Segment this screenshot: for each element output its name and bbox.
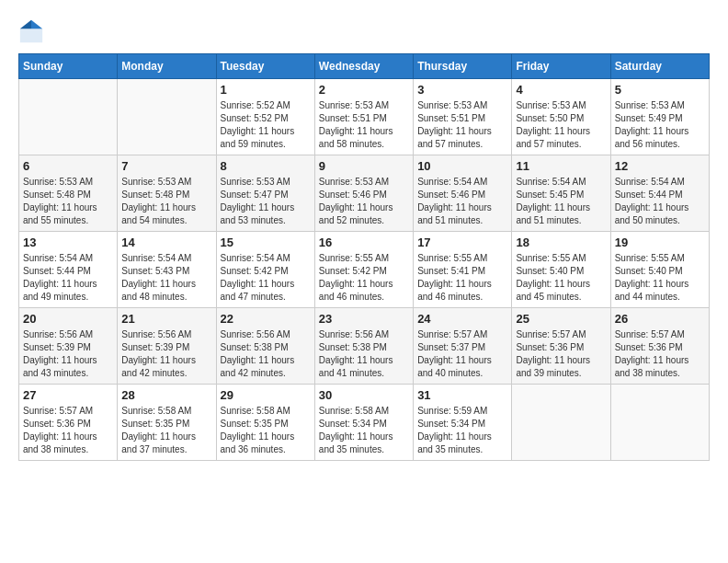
- day-info: Sunrise: 5:53 AMSunset: 5:46 PMDaylight:…: [319, 176, 409, 227]
- day-info: Sunrise: 5:57 AMSunset: 5:36 PMDaylight:…: [23, 405, 113, 456]
- day-info: Sunrise: 5:59 AMSunset: 5:34 PMDaylight:…: [417, 405, 507, 456]
- day-number: 19: [615, 236, 705, 249]
- calendar-cell: 28Sunrise: 5:58 AMSunset: 5:35 PMDayligh…: [118, 385, 216, 461]
- calendar-week-1: 1Sunrise: 5:52 AMSunset: 5:52 PMDaylight…: [19, 79, 710, 155]
- day-info: Sunrise: 5:55 AMSunset: 5:40 PMDaylight:…: [615, 252, 705, 304]
- calendar-cell: [512, 385, 610, 461]
- day-info: Sunrise: 5:53 AMSunset: 5:48 PMDaylight:…: [23, 176, 113, 227]
- calendar-cell: 29Sunrise: 5:58 AMSunset: 5:35 PMDayligh…: [216, 385, 314, 461]
- calendar-cell: 31Sunrise: 5:59 AMSunset: 5:34 PMDayligh…: [414, 385, 512, 461]
- day-info: Sunrise: 5:53 AMSunset: 5:51 PMDaylight:…: [319, 99, 409, 151]
- day-number: 20: [23, 312, 113, 326]
- day-info: Sunrise: 5:54 AMSunset: 5:46 PMDaylight:…: [417, 176, 507, 227]
- calendar-cell: 15Sunrise: 5:54 AMSunset: 5:42 PMDayligh…: [216, 232, 314, 308]
- day-number: 9: [319, 159, 409, 173]
- calendar-cell: [118, 79, 216, 155]
- calendar-table: SundayMondayTuesdayWednesdayThursdayFrid…: [18, 53, 710, 461]
- day-number: 15: [221, 236, 311, 249]
- day-info: Sunrise: 5:54 AMSunset: 5:45 PMDaylight:…: [516, 176, 606, 227]
- calendar-cell: 18Sunrise: 5:55 AMSunset: 5:40 PMDayligh…: [512, 232, 610, 308]
- weekday-header-sunday: Sunday: [19, 54, 118, 79]
- weekday-header-wednesday: Wednesday: [314, 54, 413, 79]
- calendar-cell: 11Sunrise: 5:54 AMSunset: 5:45 PMDayligh…: [512, 155, 610, 232]
- day-info: Sunrise: 5:54 AMSunset: 5:42 PMDaylight:…: [221, 252, 311, 304]
- day-number: 1: [221, 83, 311, 97]
- calendar-week-3: 13Sunrise: 5:54 AMSunset: 5:44 PMDayligh…: [19, 232, 710, 308]
- calendar-cell: 26Sunrise: 5:57 AMSunset: 5:36 PMDayligh…: [610, 308, 709, 385]
- day-info: Sunrise: 5:54 AMSunset: 5:44 PMDaylight:…: [615, 176, 705, 227]
- day-number: 27: [23, 388, 113, 402]
- day-number: 6: [23, 159, 113, 173]
- day-number: 23: [319, 312, 409, 326]
- calendar-cell: 1Sunrise: 5:52 AMSunset: 5:52 PMDaylight…: [216, 79, 314, 155]
- weekday-header-thursday: Thursday: [414, 54, 512, 79]
- day-number: 16: [319, 236, 409, 249]
- calendar-cell: [610, 385, 709, 461]
- day-number: 26: [615, 312, 705, 326]
- calendar-cell: 24Sunrise: 5:57 AMSunset: 5:37 PMDayligh…: [414, 308, 512, 385]
- day-number: 11: [516, 159, 606, 173]
- day-info: Sunrise: 5:56 AMSunset: 5:38 PMDaylight:…: [319, 328, 409, 380]
- calendar-cell: 9Sunrise: 5:53 AMSunset: 5:46 PMDaylight…: [314, 155, 413, 232]
- day-number: 29: [221, 388, 311, 402]
- day-info: Sunrise: 5:56 AMSunset: 5:38 PMDaylight:…: [221, 328, 311, 380]
- calendar-cell: 5Sunrise: 5:53 AMSunset: 5:49 PMDaylight…: [610, 79, 709, 155]
- day-number: 7: [121, 159, 211, 173]
- logo: [18, 18, 48, 44]
- day-info: Sunrise: 5:56 AMSunset: 5:39 PMDaylight:…: [121, 328, 211, 380]
- day-number: 14: [121, 236, 211, 249]
- day-number: 22: [221, 312, 311, 326]
- day-number: 12: [615, 159, 705, 173]
- calendar-week-5: 27Sunrise: 5:57 AMSunset: 5:36 PMDayligh…: [19, 385, 710, 461]
- calendar-cell: 23Sunrise: 5:56 AMSunset: 5:38 PMDayligh…: [314, 308, 413, 385]
- day-info: Sunrise: 5:53 AMSunset: 5:49 PMDaylight:…: [615, 99, 705, 151]
- calendar-cell: 4Sunrise: 5:53 AMSunset: 5:50 PMDaylight…: [512, 79, 610, 155]
- calendar-cell: 6Sunrise: 5:53 AMSunset: 5:48 PMDaylight…: [19, 155, 118, 232]
- calendar-cell: 27Sunrise: 5:57 AMSunset: 5:36 PMDayligh…: [19, 385, 118, 461]
- calendar-cell: 3Sunrise: 5:53 AMSunset: 5:51 PMDaylight…: [414, 79, 512, 155]
- day-info: Sunrise: 5:57 AMSunset: 5:36 PMDaylight:…: [516, 328, 606, 380]
- day-info: Sunrise: 5:58 AMSunset: 5:34 PMDaylight:…: [319, 405, 409, 456]
- day-number: 25: [516, 312, 606, 326]
- day-number: 4: [516, 83, 606, 97]
- day-info: Sunrise: 5:57 AMSunset: 5:36 PMDaylight:…: [615, 328, 705, 380]
- day-number: 24: [417, 312, 507, 326]
- calendar-cell: 20Sunrise: 5:56 AMSunset: 5:39 PMDayligh…: [19, 308, 118, 385]
- calendar-cell: 22Sunrise: 5:56 AMSunset: 5:38 PMDayligh…: [216, 308, 314, 385]
- calendar-cell: 16Sunrise: 5:55 AMSunset: 5:42 PMDayligh…: [314, 232, 413, 308]
- calendar-cell: 10Sunrise: 5:54 AMSunset: 5:46 PMDayligh…: [414, 155, 512, 232]
- day-info: Sunrise: 5:56 AMSunset: 5:39 PMDaylight:…: [23, 328, 113, 380]
- day-info: Sunrise: 5:58 AMSunset: 5:35 PMDaylight:…: [221, 405, 311, 456]
- day-info: Sunrise: 5:54 AMSunset: 5:43 PMDaylight:…: [121, 252, 211, 304]
- day-info: Sunrise: 5:52 AMSunset: 5:52 PMDaylight:…: [221, 99, 311, 151]
- page-header: [18, 18, 710, 44]
- day-info: Sunrise: 5:55 AMSunset: 5:42 PMDaylight:…: [319, 252, 409, 304]
- day-info: Sunrise: 5:58 AMSunset: 5:35 PMDaylight:…: [121, 405, 211, 456]
- day-info: Sunrise: 5:54 AMSunset: 5:44 PMDaylight:…: [23, 252, 113, 304]
- weekday-header-friday: Friday: [512, 54, 610, 79]
- calendar-week-4: 20Sunrise: 5:56 AMSunset: 5:39 PMDayligh…: [19, 308, 710, 385]
- svg-marker-1: [31, 20, 42, 29]
- weekday-header-saturday: Saturday: [610, 54, 709, 79]
- day-info: Sunrise: 5:53 AMSunset: 5:50 PMDaylight:…: [516, 99, 606, 151]
- day-number: 17: [417, 236, 507, 249]
- day-number: 30: [319, 388, 409, 402]
- calendar-cell: 14Sunrise: 5:54 AMSunset: 5:43 PMDayligh…: [118, 232, 216, 308]
- day-number: 13: [23, 236, 113, 249]
- calendar-cell: [19, 79, 118, 155]
- weekday-header-tuesday: Tuesday: [216, 54, 314, 79]
- calendar-cell: 7Sunrise: 5:53 AMSunset: 5:48 PMDaylight…: [118, 155, 216, 232]
- calendar-cell: 13Sunrise: 5:54 AMSunset: 5:44 PMDayligh…: [19, 232, 118, 308]
- calendar-header-row: SundayMondayTuesdayWednesdayThursdayFrid…: [19, 54, 710, 79]
- day-number: 21: [121, 312, 211, 326]
- day-number: 2: [319, 83, 409, 97]
- day-number: 28: [121, 388, 211, 402]
- day-number: 8: [221, 159, 311, 173]
- day-info: Sunrise: 5:53 AMSunset: 5:51 PMDaylight:…: [417, 99, 507, 151]
- day-number: 3: [417, 83, 507, 97]
- calendar-cell: 12Sunrise: 5:54 AMSunset: 5:44 PMDayligh…: [610, 155, 709, 232]
- calendar-cell: 17Sunrise: 5:55 AMSunset: 5:41 PMDayligh…: [414, 232, 512, 308]
- day-number: 18: [516, 236, 606, 249]
- day-info: Sunrise: 5:53 AMSunset: 5:47 PMDaylight:…: [221, 176, 311, 227]
- day-number: 10: [417, 159, 507, 173]
